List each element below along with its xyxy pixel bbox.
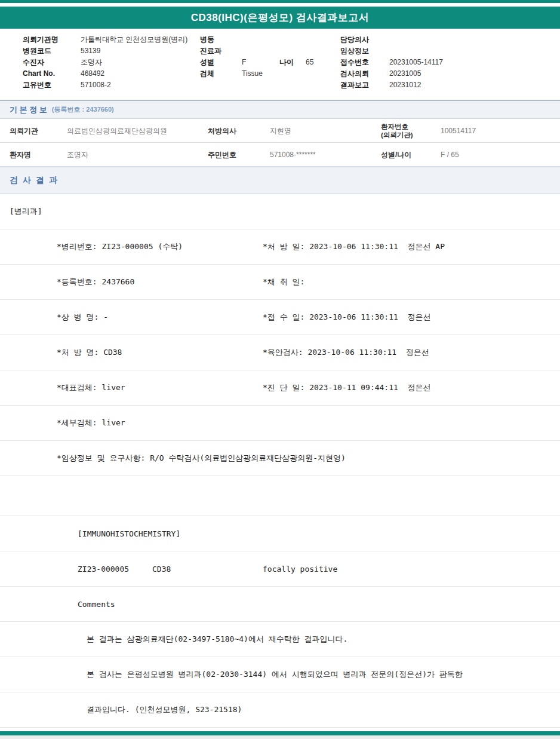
info-label-line2: (의뢰기관) [381, 131, 413, 139]
report-page: CD38(IHC)(은평성모) 검사결과보고서 의뢰기관명가톨릭대학교 인천성모… [0, 0, 560, 739]
result-row: *세부검체: liver [0, 406, 560, 441]
patient-header-field: 병원코드53139 [23, 45, 187, 57]
basic-info-row: 의뢰기관 의료법인삼광의료재단삼광의원 처방의사 지현영 환자번호(의뢰기관) … [0, 119, 560, 143]
patient-header-field: 검체Tissue [200, 68, 313, 79]
department-row: [병리과] [0, 194, 560, 229]
bottom-accent-bar [0, 731, 560, 735]
patient-header-field: 성별F나이65 [200, 57, 313, 68]
info-value: 100514117 [441, 127, 476, 135]
result-left-text: *대표검체: liver [57, 382, 125, 393]
result-left-text: *세부검체: liver [57, 418, 125, 428]
test-result-section-header: 검 사 결 과 [0, 167, 560, 194]
patient-header-field: 접수번호20231005-14117 [340, 57, 443, 68]
basic-info-section-header: 기 본 정 보 (등록번호 : 2437660) [0, 100, 560, 119]
comment-row: 본 결과는 삼광의료재단(02-3497-5180~4)에서 재수탁한 결과입니… [0, 622, 560, 657]
result-row: *상 병 명: - *접 수 일: 2023-10-06 11:30:11 정은… [0, 300, 560, 335]
section-title: 기 본 정 보 [10, 105, 47, 115]
ihc-header: [IMMUNOHISTOCHEMISTRY] [78, 529, 180, 538]
patient-header-field: 결과보고20231012 [340, 79, 443, 91]
patient-header-field: 고유번호571008-2 [23, 79, 187, 91]
info-label: 의뢰기관 [10, 125, 38, 136]
field-value: 20231005 [389, 69, 421, 78]
info-value: 지현영 [270, 125, 291, 136]
field-value: 가톨릭대학교 인천성모병원(병리) [81, 35, 187, 44]
section-subtitle: (등록번호 : 2437660) [52, 105, 114, 114]
patient-header-left-column: 의뢰기관명가톨릭대학교 인천성모병원(병리) 병원코드53139 수진자조명자 … [23, 34, 187, 91]
patient-header-field: 수진자조명자 [23, 57, 187, 68]
field-label: 검체 [200, 68, 242, 79]
patient-header-field: 검사의뢰20231005 [340, 68, 443, 79]
comment-line: 본 검사는 은평성모병원 병리과(02-2030-3144) 에서 시행되었으며… [87, 669, 463, 680]
result-row: *임상정보 및 요구사항: R/O 수탁검사(의료법인삼광의료재단삼광의원-지현… [0, 441, 560, 476]
comments-header-row: Comments [0, 587, 560, 622]
section-title: 검 사 결 과 [10, 175, 59, 186]
report-title-bar: CD38(IHC)(은평성모) 검사결과보고서 [0, 7, 560, 29]
result-left-text: *병리번호: ZI23-000005 (수탁) [57, 241, 183, 252]
info-label: 주민번호 [208, 149, 236, 160]
patient-header-field: 의뢰기관명가톨릭대학교 인천성모병원(병리) [23, 34, 187, 45]
result-left-text: *처 방 명: CD38 [57, 347, 122, 358]
patient-header: 의뢰기관명가톨릭대학교 인천성모병원(병리) 병원코드53139 수진자조명자 … [0, 29, 560, 100]
info-value: 의료법인삼광의료재단삼광의원 [67, 125, 167, 136]
field-label: 진료과 [200, 45, 242, 57]
field-value: 53139 [81, 47, 100, 55]
info-value: 571008-******* [270, 151, 316, 159]
field-value: 571008-2 [81, 81, 111, 89]
patient-header-field: 임상정보 [340, 45, 443, 57]
field-value: Tissue [242, 69, 263, 78]
comments-label: Comments [78, 600, 115, 609]
info-value: 조명자 [67, 149, 88, 160]
field-label: 고유번호 [23, 79, 81, 91]
field-label: 담당의사 [340, 34, 389, 45]
info-label: 환자번호(의뢰기관) [381, 122, 413, 139]
result-right-text: *채 취 일: [263, 277, 304, 287]
bottom-gap [0, 735, 560, 739]
ihc-header-row: [IMMUNOHISTOCHEMISTRY] [0, 516, 560, 551]
info-value: F / 65 [441, 151, 459, 159]
result-left-text: *임상정보 및 요구사항: R/O 수탁검사(의료법인삼광의료재단삼광의원-지현… [57, 453, 346, 464]
field-label: 나이 [279, 57, 306, 68]
report-title: CD38(IHC)(은평성모) 검사결과보고서 [191, 11, 370, 24]
field-label: 병동 [200, 34, 242, 45]
field-value: 65 [306, 58, 313, 66]
info-label: 처방의사 [208, 125, 236, 136]
patient-header-middle-column: 병동 진료과 성별F나이65 검체Tissue [200, 34, 313, 79]
result-row: *처 방 명: CD38 *육안검사: 2023-10-06 11:30:11 … [0, 335, 560, 370]
field-label: Chart No. [23, 68, 81, 79]
comment-row: 결과입니다. (인천성모병원, S23-21518) [0, 692, 560, 728]
field-label: 접수번호 [340, 57, 389, 68]
info-label: 환자명 [10, 149, 31, 160]
field-value: 468492 [81, 69, 104, 78]
comment-line: 결과입니다. (인천성모병원, S23-21518) [87, 704, 242, 715]
ihc-result: focally positive [263, 565, 337, 574]
field-label: 수진자 [23, 57, 81, 68]
ihc-test-name: CD38 [152, 565, 171, 574]
result-row: *대표검체: liver *진 단 일: 2023-10-11 09:44:11… [0, 370, 560, 406]
field-value: 20231005-14117 [389, 58, 443, 66]
field-value: 조명자 [81, 58, 102, 66]
field-label: 결과보고 [340, 79, 389, 91]
ihc-result-row: ZI23-000005 CD38 focally positive [0, 551, 560, 587]
patient-header-field: 담당의사 [340, 34, 443, 45]
field-value: 20231012 [389, 81, 421, 89]
patient-header-field: 진료과 [200, 45, 313, 57]
result-row-empty [0, 476, 560, 516]
field-label: 성별 [200, 57, 242, 68]
ihc-specimen-no: ZI23-000005 [78, 565, 129, 574]
result-right-text: *육안검사: 2023-10-06 11:30:11 정은선 [263, 347, 429, 358]
field-label: 임상정보 [340, 45, 389, 57]
field-value: F [242, 57, 279, 68]
info-label: 성별/나이 [381, 149, 411, 160]
patient-header-field: 병동 [200, 34, 313, 45]
field-label: 병원코드 [23, 45, 81, 57]
patient-header-right-column: 담당의사 임상정보 접수번호20231005-14117 검사의뢰2023100… [340, 34, 443, 91]
result-left-text: *등록번호: 2437660 [57, 277, 134, 287]
comment-row: 본 검사는 은평성모병원 병리과(02-2030-3144) 에서 시행되었으며… [0, 657, 560, 692]
comment-line: 본 결과는 삼광의료재단(02-3497-5180~4)에서 재수탁한 결과입니… [87, 634, 347, 645]
result-row: *병리번호: ZI23-000005 (수탁) *처 방 일: 2023-10-… [0, 229, 560, 265]
result-right-text: *처 방 일: 2023-10-06 11:30:11 정은선 AP [263, 241, 445, 252]
patient-header-field: Chart No.468492 [23, 68, 187, 79]
department-label: [병리과] [10, 206, 42, 217]
result-right-text: *진 단 일: 2023-10-11 09:44:11 정은선 [263, 382, 431, 393]
basic-info-row: 환자명 조명자 주민번호 571008-******* 성별/나이 F / 65 [0, 143, 560, 167]
